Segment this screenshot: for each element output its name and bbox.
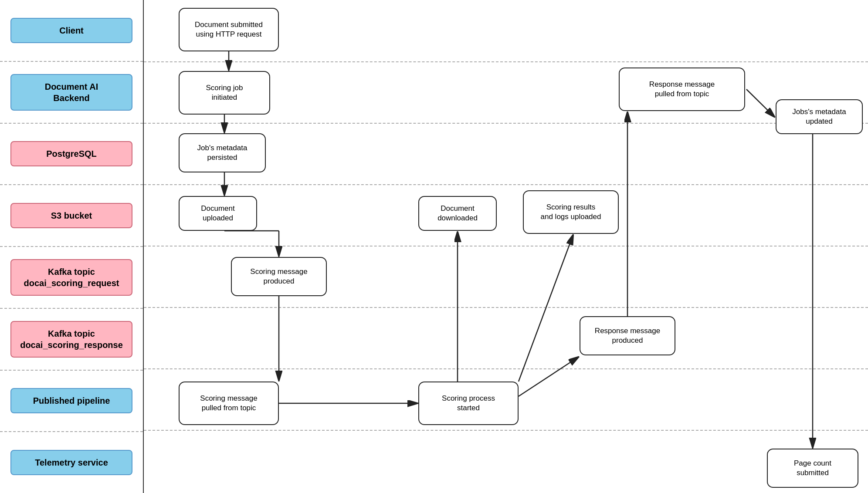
sidebar-row-backend: Document AIBackend	[0, 62, 143, 124]
box-page-count: Page countsubmitted	[767, 449, 858, 488]
sidebar-label-s3: S3 bucket	[10, 203, 132, 228]
sidebar-label-pipeline: Published pipeline	[10, 388, 132, 413]
divider-1	[144, 61, 868, 62]
sidebar-label-kafka-response: Kafka topicdocai_scoring_response	[10, 321, 132, 358]
svg-line-11	[519, 357, 578, 396]
svg-line-10	[519, 235, 573, 382]
svg-line-13	[746, 89, 774, 117]
box-scoring-results: Scoring resultsand logs uploaded	[523, 190, 619, 234]
sidebar-row-pipeline: Published pipeline	[0, 371, 143, 432]
sidebar-row-telemetry: Telemetry service	[0, 432, 143, 493]
divider-5	[144, 307, 868, 308]
sidebar-label-backend: Document AIBackend	[10, 74, 132, 111]
box-doc-submitted: Document submittedusing HTTP request	[179, 8, 279, 51]
sidebar-row-s3: S3 bucket	[0, 185, 143, 247]
box-scoring-process: Scoring processstarted	[418, 382, 519, 425]
box-scoring-msg-produced: Scoring messageproduced	[231, 257, 327, 296]
sidebar-row-client: Client	[0, 0, 143, 62]
sidebar-row-kafka-response: Kafka topicdocai_scoring_response	[0, 309, 143, 371]
sidebar-row-postgres: PostgreSQL	[0, 124, 143, 186]
divider-4	[144, 246, 868, 246]
sidebar-label-telemetry: Telemetry service	[10, 450, 132, 475]
divider-2	[144, 123, 868, 124]
box-scoring-msg-pulled: Scoring messagepulled from topic	[179, 382, 279, 425]
box-doc-uploaded: Documentuploaded	[179, 196, 257, 231]
sidebar-row-kafka-request: Kafka topicdocai_scoring_request	[0, 247, 143, 309]
box-doc-downloaded: Documentdownloaded	[418, 196, 497, 231]
sidebar-label-client: Client	[10, 18, 132, 43]
divider-7	[144, 430, 868, 431]
divider-6	[144, 368, 868, 369]
box-job-metadata: Job's metadatapersisted	[179, 133, 266, 172]
box-scoring-job: Scoring jobinitiated	[179, 71, 270, 115]
diagram-area: Document submittedusing HTTP request Sco…	[144, 0, 868, 493]
sidebar: Client Document AIBackend PostgreSQL S3 …	[0, 0, 144, 493]
divider-3	[144, 184, 868, 185]
box-response-msg-pulled: Response messagepulled from topic	[619, 68, 745, 111]
box-response-msg-produced: Response messageproduced	[580, 316, 675, 355]
sidebar-label-postgres: PostgreSQL	[10, 141, 132, 166]
sidebar-label-kafka-request: Kafka topicdocai_scoring_request	[10, 259, 132, 296]
box-jobs-metadata-updated: Jobs's metadataupdated	[776, 99, 863, 134]
